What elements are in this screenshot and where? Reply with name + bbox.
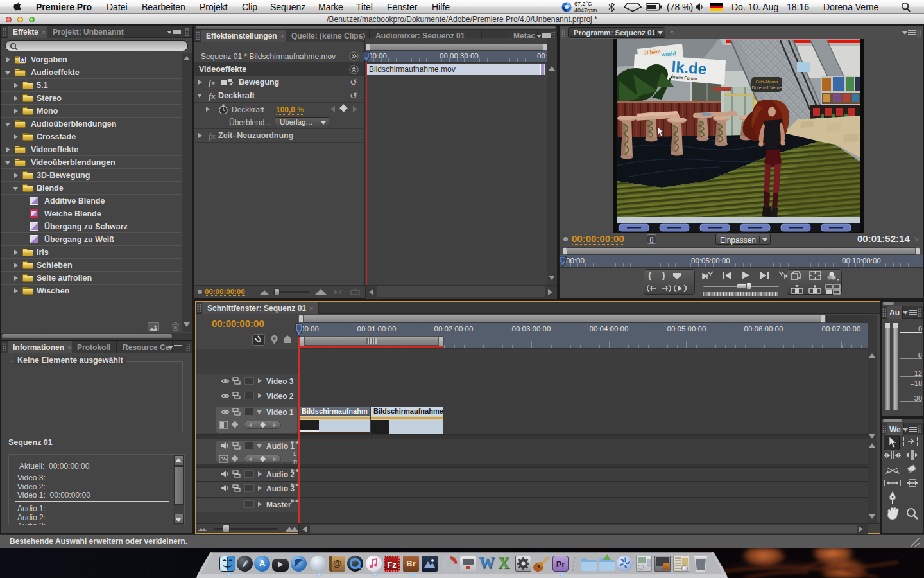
svg-text:Grid-Mama: Grid-Mama — [755, 80, 778, 84]
svg-text:Dorena1 Verne: Dorena1 Verne — [751, 85, 782, 90]
